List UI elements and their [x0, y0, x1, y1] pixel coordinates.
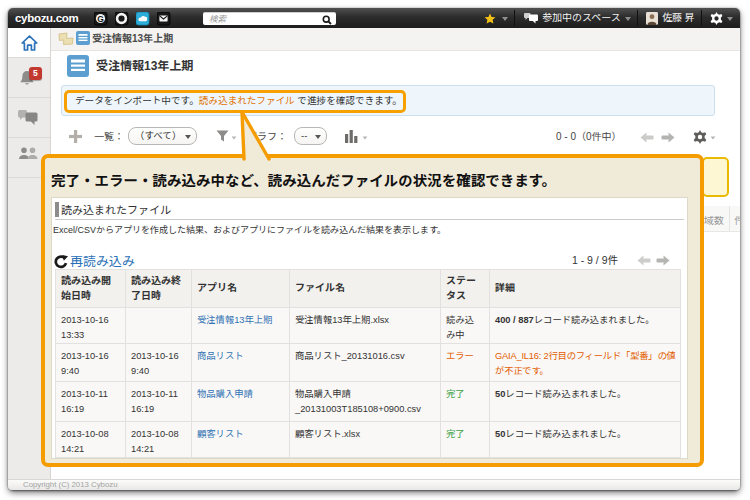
- svg-text:G: G: [97, 14, 104, 24]
